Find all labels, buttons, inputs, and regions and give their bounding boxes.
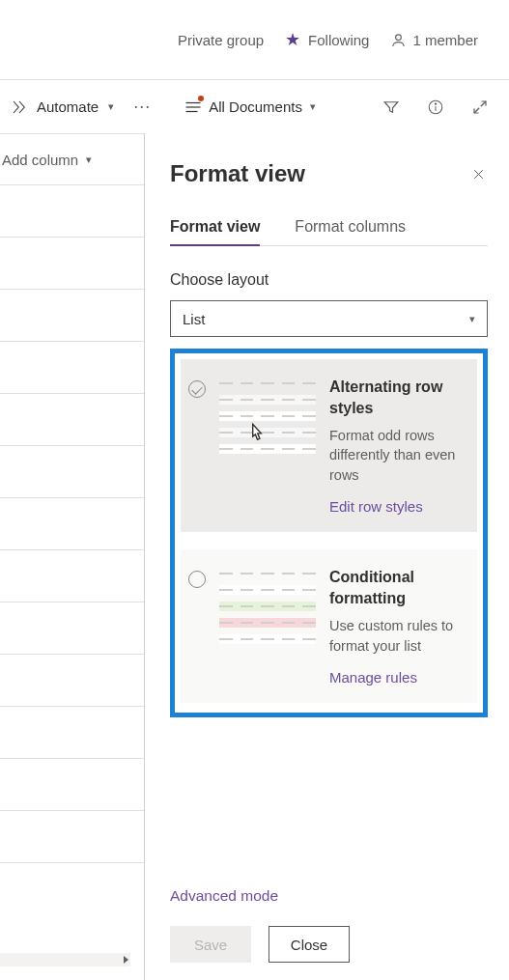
- site-privacy-label: Private group: [178, 32, 264, 48]
- list-row[interactable]: [0, 394, 144, 446]
- list-row[interactable]: [0, 811, 144, 863]
- tab-format-columns[interactable]: Format columns: [295, 218, 406, 245]
- overflow-button[interactable]: ···: [133, 97, 151, 117]
- tab-format-view[interactable]: Format view: [170, 218, 260, 245]
- chevron-down-icon: ▾: [310, 100, 316, 113]
- svg-point-0: [396, 34, 402, 40]
- list-row[interactable]: [0, 550, 144, 602]
- save-button[interactable]: Save: [170, 926, 251, 963]
- star-icon: ★: [285, 31, 300, 48]
- list-content-area: Add column ▾: [0, 133, 144, 980]
- filter-icon[interactable]: [382, 98, 401, 117]
- following-group[interactable]: ★ Following: [285, 31, 369, 48]
- panel-title: Format view: [170, 160, 305, 187]
- arrow-right-icon: [124, 956, 128, 964]
- alternating-rows-thumb: [219, 378, 316, 454]
- following-label: Following: [308, 32, 369, 48]
- format-options-highlight: Alternating row styles Format odd rows d…: [170, 349, 488, 717]
- automate-button[interactable]: Automate ▾: [10, 98, 114, 117]
- list-row[interactable]: [0, 759, 144, 811]
- svg-point-6: [435, 103, 436, 104]
- members-label: 1 member: [412, 32, 478, 48]
- radio-conditional-formatting[interactable]: [188, 571, 206, 588]
- panel-tabs: Format view Format columns: [170, 218, 488, 246]
- option-conditional-formatting[interactable]: Conditional formatting Use custom rules …: [181, 549, 477, 703]
- chevron-down-icon: ▾: [86, 154, 92, 166]
- option-alternating-rows[interactable]: Alternating row styles Format odd rows d…: [181, 359, 477, 532]
- command-bar: Automate ▾ ··· All Documents ▾: [0, 79, 509, 133]
- option-description: Use custom rules to format your list: [329, 616, 466, 656]
- list-row[interactable]: [0, 290, 144, 342]
- horizontal-scrollbar[interactable]: [0, 953, 130, 966]
- view-name: All Documents: [209, 98, 302, 115]
- list-row[interactable]: [0, 238, 144, 290]
- option-title: Conditional formatting: [329, 567, 466, 608]
- panel-footer: Save Close: [170, 926, 488, 968]
- chevron-down-icon: ▾: [108, 100, 114, 113]
- list-row[interactable]: [0, 185, 144, 238]
- list-row[interactable]: [0, 446, 144, 498]
- list-row[interactable]: [0, 655, 144, 707]
- choose-layout-label: Choose layout: [170, 271, 488, 289]
- members-group[interactable]: 1 member: [390, 32, 478, 48]
- chevron-down-icon: ▾: [469, 313, 475, 325]
- layout-selected-value: List: [183, 311, 205, 327]
- conditional-formatting-thumb: [219, 569, 316, 644]
- list-row[interactable]: [0, 707, 144, 759]
- manage-rules-link[interactable]: Manage rules: [329, 669, 466, 686]
- close-icon[interactable]: [468, 164, 488, 183]
- radio-alternating-rows[interactable]: [188, 380, 206, 398]
- close-button[interactable]: Close: [269, 926, 350, 963]
- list-row[interactable]: [0, 602, 144, 655]
- info-icon[interactable]: [426, 98, 445, 117]
- add-column-label: Add column: [2, 152, 78, 168]
- list-icon: [184, 98, 203, 117]
- edit-row-styles-link[interactable]: Edit row styles: [329, 498, 466, 515]
- advanced-mode-link[interactable]: Advanced mode: [170, 887, 488, 905]
- option-title: Alternating row styles: [329, 377, 466, 418]
- list-row[interactable]: [0, 342, 144, 394]
- view-selector[interactable]: All Documents ▾: [184, 98, 316, 117]
- flow-icon: [10, 98, 29, 117]
- automate-label: Automate: [37, 98, 99, 115]
- list-rows: [0, 185, 144, 863]
- expand-icon[interactable]: [470, 98, 490, 117]
- list-row[interactable]: [0, 498, 144, 550]
- layout-dropdown[interactable]: List ▾: [170, 300, 488, 337]
- option-description: Format odd rows differently than even ro…: [329, 426, 466, 485]
- person-icon: [390, 32, 407, 48]
- add-column-header[interactable]: Add column ▾: [0, 133, 144, 185]
- format-view-panel: Format view Format view Format columns C…: [144, 133, 509, 980]
